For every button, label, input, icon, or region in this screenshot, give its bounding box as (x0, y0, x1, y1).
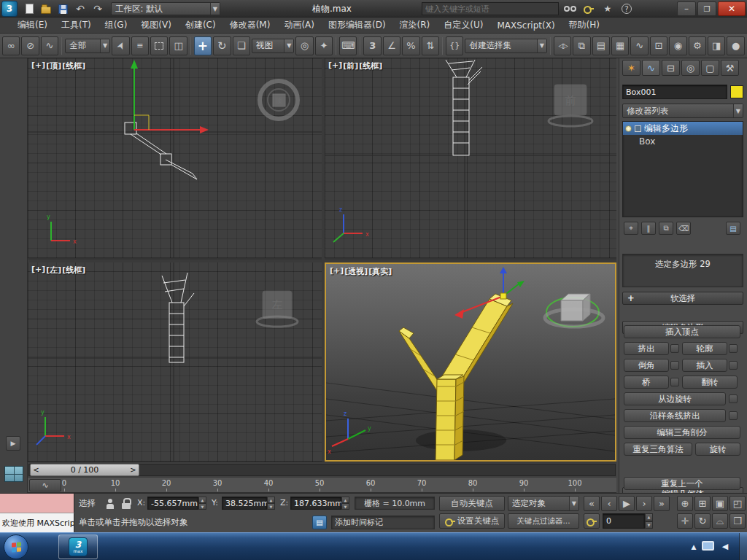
edit-triangulation-button[interactable]: 编辑三角剖分 (624, 426, 740, 439)
tab-create-icon[interactable]: ✶ (622, 60, 640, 76)
inset-button[interactable]: 插入 (682, 359, 727, 372)
field-of-view-icon[interactable]: ⌓ (712, 513, 728, 529)
select-and-link-icon[interactable]: ∞ (2, 36, 20, 55)
tray-hidden-icons-button[interactable]: ▲ (689, 542, 699, 552)
menu-rendering[interactable]: 渲染(R) (400, 19, 430, 31)
menu-edit[interactable]: 编辑(E) (18, 19, 47, 31)
menu-group[interactable]: 组(G) (105, 19, 128, 31)
angle-snap-icon[interactable]: ∠ (383, 36, 400, 55)
repeat-last-button[interactable]: 重复上一个 (624, 477, 740, 490)
zoom-all-icon[interactable]: ⊞ (694, 496, 711, 511)
scene-object-plant-wire[interactable] (162, 273, 194, 362)
viewport-menu-plus[interactable]: [+] (31, 265, 45, 276)
previous-frame-button[interactable]: ‹ (601, 496, 617, 511)
show-end-result-icon[interactable]: ∥ (641, 222, 656, 235)
viewport-menu-plus[interactable]: [+] (31, 61, 45, 71)
hinge-settings-button[interactable] (729, 394, 738, 403)
viewcube-face-label[interactable]: 左 (272, 298, 283, 311)
menu-tools[interactable]: 工具(T) (61, 19, 91, 31)
extrude-button[interactable]: 挤出 (624, 342, 669, 355)
viewcube[interactable]: 顶 (260, 81, 298, 119)
next-frame-button[interactable]: › (636, 496, 652, 511)
open-file-icon[interactable] (39, 1, 53, 16)
current-frame-field[interactable]: 0 (603, 513, 645, 529)
maximize-button[interactable]: ❐ (697, 1, 716, 16)
selection-region-icon[interactable] (150, 36, 168, 55)
viewcube-face-label[interactable]: 前 (565, 94, 576, 107)
use-pivot-center-icon[interactable]: ◎ (295, 36, 313, 55)
viewport-front[interactable]: [+] [前] [线框] 前 z (325, 58, 616, 258)
configure-modifier-sets-icon[interactable]: ▤ (726, 222, 740, 235)
menu-maxscript[interactable]: MAXScript(X) (497, 20, 554, 31)
make-unique-icon[interactable]: ⧉ (659, 222, 673, 235)
mirror-icon[interactable]: ◁▷ (554, 36, 571, 55)
tab-motion-icon[interactable]: ◎ (681, 60, 700, 76)
outline-button[interactable]: 轮廓 (682, 342, 727, 355)
scene-object-plant-wire[interactable] (446, 60, 482, 155)
auto-key-button[interactable]: 自动关键点 (439, 496, 505, 511)
viewport-menu-view[interactable]: [顶] (46, 61, 61, 71)
viewport-top[interactable]: [+] [顶] [线框] (28, 58, 322, 258)
remove-modifier-icon[interactable]: ⌫ (676, 222, 691, 235)
viewport-left[interactable]: [+] [左] [线框] 左 y (28, 262, 322, 462)
help-icon[interactable]: ? (619, 2, 635, 15)
hinge-from-edge-button[interactable]: 从边旋转 (624, 392, 726, 405)
percent-snap-icon[interactable]: % (402, 36, 419, 55)
undo-icon[interactable]: ↶ (73, 1, 88, 16)
play-button[interactable]: ▶ (619, 496, 635, 511)
menu-views[interactable]: 视图(V) (141, 19, 171, 31)
new-file-icon[interactable] (22, 1, 36, 16)
visibility-bulb-icon[interactable] (625, 125, 632, 132)
reference-coordinate-dropdown[interactable]: 视图 ▼ (252, 39, 294, 53)
search-icon[interactable] (562, 2, 578, 15)
x-coord-spinner[interactable]: ▲▼ (198, 497, 206, 510)
taskbar-3dsmax-button[interactable]: 3 max (58, 534, 98, 559)
viewport-menu-view[interactable]: [透视] (344, 266, 368, 277)
align-icon[interactable]: ⧉ (573, 36, 590, 55)
zoom-region-icon[interactable]: ◰ (729, 496, 746, 511)
time-slider-track[interactable]: < 0 / 100 > (28, 462, 616, 477)
unlink-selection-icon[interactable]: ⊘ (21, 36, 39, 55)
tab-utilities-icon[interactable]: ⚒ (721, 60, 739, 76)
viewcube[interactable]: 左 (257, 291, 298, 327)
key-filters-button[interactable]: 关键点过滤器... (508, 513, 579, 529)
pan-icon[interactable]: ✛ (677, 513, 693, 529)
modifier-list-dropdown[interactable]: 修改器列表 ▼ (622, 104, 743, 118)
selection-filter-dropdown[interactable]: 全部 ▼ (65, 39, 110, 53)
graphite-ribbon-icon[interactable]: ▦ (611, 36, 629, 55)
menu-customize[interactable]: 自定义(U) (444, 19, 483, 31)
key-filter-mode-dropdown[interactable]: 选定对象 ▼ (508, 496, 579, 511)
max-app-button[interactable]: 3 (1, 1, 18, 17)
pin-stack-icon[interactable]: ⌖ (624, 222, 638, 235)
edit-named-selection-sets-icon[interactable]: {} (446, 36, 463, 55)
key-mode-toggle[interactable] (584, 513, 600, 529)
bevel-settings-button[interactable] (670, 361, 679, 370)
viewcube-face-label[interactable]: 顶 (276, 97, 282, 104)
object-color-swatch[interactable] (730, 85, 743, 98)
select-and-move-icon[interactable]: + (194, 36, 212, 55)
time-tag-field[interactable]: 添加时间标记 (331, 516, 435, 529)
bridge-settings-button[interactable] (670, 378, 679, 386)
start-button[interactable] (4, 534, 28, 559)
menu-create[interactable]: 创建(C) (185, 19, 216, 31)
sign-in-key-icon[interactable] (581, 2, 597, 15)
retriangulate-button[interactable]: 重复三角算法 (624, 443, 692, 456)
viewport-tab-bar-expand-button[interactable]: ▶ (6, 436, 20, 451)
favorites-star-icon[interactable]: ★ (600, 2, 616, 15)
minimize-button[interactable]: – (677, 1, 696, 16)
viewport-menu-plus[interactable]: [+] (330, 266, 344, 277)
viewcube[interactable]: 前 (549, 85, 592, 126)
time-slider-prev-button[interactable]: < (31, 466, 42, 474)
scene-object-plant-wire[interactable] (125, 122, 197, 179)
extrude-settings-button[interactable] (670, 344, 679, 353)
menu-modifiers[interactable]: 修改器(M) (230, 19, 271, 31)
menu-help[interactable]: 帮助(H) (569, 19, 600, 31)
workspace-dropdown[interactable]: 工作区: 默认 ▼ (111, 2, 220, 15)
close-button[interactable]: ✕ (718, 1, 746, 16)
z-coord-spinner[interactable]: ▲▼ (341, 497, 349, 510)
selection-lock-icon[interactable] (120, 497, 133, 510)
y-coord-field[interactable]: 38.525mm (222, 497, 267, 510)
bind-to-spacewarp-icon[interactable]: ∿ (41, 36, 58, 55)
rollout-soft-selection[interactable]: + 软选择 (622, 292, 743, 305)
maximize-viewport-icon[interactable]: ❒ (729, 513, 746, 529)
